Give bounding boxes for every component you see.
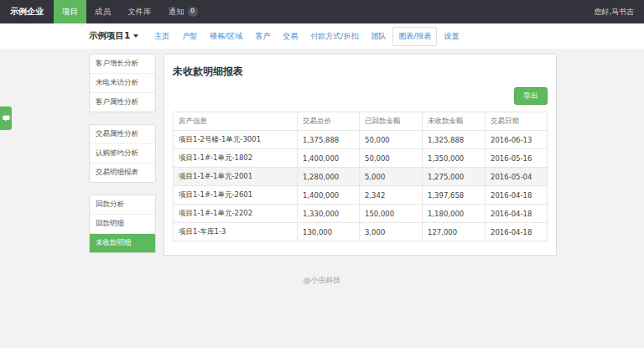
- table-cell: 项目1-2号楼-1单元-3001: [174, 131, 298, 149]
- table-cell: 2016-05-16: [486, 149, 548, 168]
- table-cell: 50,000: [360, 149, 423, 168]
- table-cell: 1,325,888: [423, 131, 486, 149]
- table-cell: 项目1-1#-1单元-2001: [174, 168, 298, 186]
- report-table: 房产信息 交易总价 已回款金额 未收款金额 交易日期 项目1-2号楼-1单元-3…: [173, 112, 548, 242]
- table-cell: 1,275,000: [423, 168, 486, 186]
- table-cell: 150,000: [360, 205, 423, 223]
- table-row[interactable]: 项目1-车库1-3 130,000 3,000 127,000 2016-04-…: [174, 223, 548, 242]
- project-switcher[interactable]: 示例项目1: [89, 30, 138, 42]
- brand[interactable]: 示例企业: [0, 0, 54, 23]
- nav-item-label: 通知: [169, 7, 184, 18]
- notification-badge: 0: [188, 7, 198, 17]
- table-cell: 项目1-1#-1单元-2202: [174, 205, 298, 223]
- table-cell: 1,400,000: [298, 186, 360, 205]
- export-button[interactable]: 导出: [514, 87, 548, 105]
- table-header-cell: 未收款金额: [423, 112, 486, 131]
- table-header-row: 房产信息 交易总价 已回款金额 未收款金额 交易日期: [174, 112, 548, 131]
- tab-settings[interactable]: 设置: [438, 27, 465, 46]
- table-cell: 1,375,888: [298, 131, 360, 149]
- content-container: 客户增长分析 来电来访分析 客户属性分析 交易属性分析 认购签约分析 交易明细报…: [89, 54, 555, 265]
- sidebar-item-transaction-attributes[interactable]: 交易属性分析: [90, 125, 155, 144]
- table-cell: 1,180,000: [423, 205, 486, 223]
- table-row[interactable]: 项目1-1#-1单元-2202 1,330,000 150,000 1,180,…: [174, 205, 548, 223]
- table-row[interactable]: 项目1-2号楼-1单元-3001 1,375,888 50,000 1,325,…: [174, 131, 548, 149]
- table-cell: 2016-06-13: [486, 131, 548, 149]
- tab-customers[interactable]: 客户: [249, 27, 276, 46]
- chat-bubble-icon: [3, 115, 10, 122]
- subnav-strip: 示例项目1 主页 户型 楼栋/区域 客户 交易 付款方式/折扣 团队 图表/报表…: [0, 23, 644, 49]
- toolbar: 导出: [173, 87, 548, 105]
- table-cell: 2016-04-18: [486, 205, 548, 223]
- nav-item-notifications[interactable]: 通知 0: [160, 0, 206, 23]
- table-header-cell: 交易日期: [486, 112, 548, 131]
- user-greeting[interactable]: 您好,马书吉: [584, 0, 644, 23]
- sidebar-item-call-visit[interactable]: 来电来访分析: [90, 74, 155, 93]
- table-cell: 2016-05-04: [486, 168, 548, 186]
- tab-building-area[interactable]: 楼栋/区域: [204, 27, 248, 46]
- tab-unit-type[interactable]: 户型: [176, 27, 203, 46]
- table-cell: 1,397,658: [423, 186, 486, 205]
- sidebar-group-payment: 回款分析 回款明细 未收款明细: [89, 195, 156, 253]
- table-cell: 127,000: [423, 223, 486, 242]
- nav-item-label: 成员: [95, 7, 111, 18]
- report-sidebar: 客户增长分析 来电来访分析 客户属性分析 交易属性分析 认购签约分析 交易明细报…: [89, 54, 156, 265]
- tab-transactions[interactable]: 交易: [277, 27, 304, 46]
- table-header-cell: 房产信息: [174, 112, 298, 131]
- table-cell: 2,342: [360, 186, 423, 205]
- nav-item-label: 文件库: [127, 7, 152, 18]
- table-cell: 1,280,000: [298, 168, 360, 186]
- sidebar-item-transaction-details[interactable]: 交易明细报表: [90, 164, 155, 182]
- nav-item-label: 项目: [62, 7, 78, 18]
- project-subnav: 示例项目1 主页 户型 楼栋/区域 客户 交易 付款方式/折扣 团队 图表/报表…: [89, 23, 555, 49]
- sidebar-item-unpaid-details[interactable]: 未收款明细: [90, 234, 155, 252]
- sidebar-item-collection-details[interactable]: 回款明细: [90, 215, 155, 234]
- table-cell: 项目1-1#-1单元-1802: [174, 149, 298, 168]
- table-row[interactable]: 项目1-1#-1单元-2601 1,400,000 2,342 1,397,65…: [174, 186, 548, 205]
- sidebar-item-customer-growth[interactable]: 客户增长分析: [90, 55, 155, 74]
- sidebar-group-transaction: 交易属性分析 认购签约分析 交易明细报表: [89, 124, 156, 183]
- footer-credit: @小虫科技: [89, 275, 555, 286]
- table-cell: 1,350,000: [423, 149, 486, 168]
- tab-home[interactable]: 主页: [148, 27, 175, 46]
- tab-team[interactable]: 团队: [365, 27, 392, 46]
- table-cell: 5,000: [360, 168, 423, 186]
- project-name: 示例项目1: [89, 30, 130, 42]
- table-cell: 3,000: [360, 223, 423, 242]
- nav-item-library[interactable]: 文件库: [119, 0, 160, 23]
- nav-item-projects[interactable]: 项目: [54, 0, 86, 23]
- table-cell: 50,000: [360, 131, 423, 149]
- sidebar-item-subscription-signing[interactable]: 认购签约分析: [90, 144, 155, 164]
- table-header-cell: 交易总价: [298, 112, 360, 131]
- top-navbar: 示例企业 项目 成员 文件库 通知 0 您好,马书吉: [0, 0, 644, 23]
- table-row[interactable]: 项目1-1#-1单元-1802 1,400,000 50,000 1,350,0…: [174, 149, 548, 168]
- table-header-cell: 已回款金额: [360, 112, 423, 131]
- table-cell: 项目1-车库1-3: [174, 223, 298, 242]
- nav-item-members[interactable]: 成员: [86, 0, 119, 23]
- table-cell: 130,000: [298, 223, 360, 242]
- table-row[interactable]: 项目1-1#-1单元-2001 1,280,000 5,000 1,275,00…: [174, 168, 548, 186]
- table-cell: 1,330,000: [298, 205, 360, 223]
- sidebar-group-customer: 客户增长分析 来电来访分析 客户属性分析: [89, 54, 156, 112]
- table-cell: 2016-04-18: [486, 223, 548, 242]
- feedback-widget[interactable]: [0, 106, 12, 130]
- report-title: 未收款明细报表: [173, 65, 548, 79]
- sidebar-item-collection-analysis[interactable]: 回款分析: [90, 195, 155, 215]
- tab-charts-reports[interactable]: 图表/报表: [392, 27, 437, 46]
- table-cell: 1,400,000: [298, 149, 360, 168]
- tab-payment-discount[interactable]: 付款方式/折扣: [304, 27, 364, 46]
- caret-down-icon: [133, 34, 138, 38]
- table-cell: 项目1-1#-1单元-2601: [174, 186, 298, 205]
- sidebar-item-customer-attributes[interactable]: 客户属性分析: [90, 93, 155, 112]
- table-cell: 2016-04-18: [486, 186, 548, 205]
- report-card: 未收款明细报表 导出 房产信息 交易总价 已回款金额 未收款金额 交易日期 项目…: [164, 54, 557, 256]
